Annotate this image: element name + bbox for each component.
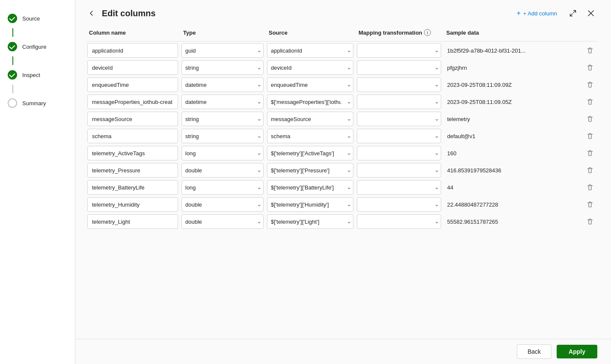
source-select[interactable]: applicationId <box>267 43 353 58</box>
column-name-input[interactable] <box>87 43 178 58</box>
sidebar-item-summary[interactable]: Summary <box>0 93 75 113</box>
table-row: guidstringdatetimelongdoublebooleaninteg… <box>86 60 597 75</box>
delete-row-button[interactable] <box>584 181 596 194</box>
sidebar-item-configure[interactable]: Configure <box>0 37 75 56</box>
column-name-input[interactable] <box>87 146 178 160</box>
column-name-input[interactable] <box>87 129 178 143</box>
column-name-input[interactable] <box>87 180 178 195</box>
source-select[interactable]: enqueuedTime <box>267 77 353 92</box>
source-select[interactable]: schema <box>267 129 353 143</box>
table-row: guidstringdatetimelongdoublebooleaninteg… <box>86 129 597 143</box>
source-select[interactable]: deviceId <box>267 60 353 75</box>
delete-row-button[interactable] <box>584 198 596 211</box>
mapping-select[interactable]: NoneToLowerToUpperTrim <box>357 197 441 212</box>
add-column-button[interactable]: + + Add column <box>513 7 561 20</box>
type-select[interactable]: guidstringdatetimelongdoublebooleaninteg… <box>181 129 264 143</box>
plus-icon: + <box>517 9 521 17</box>
type-select[interactable]: guidstringdatetimelongdoublebooleaninteg… <box>181 43 264 58</box>
mapping-select[interactable]: NoneToLowerToUpperTrim <box>357 180 441 195</box>
column-name-input[interactable] <box>87 214 178 229</box>
step-connector-2 <box>12 56 13 65</box>
sample-data-value: 160 <box>445 150 459 157</box>
table-row: guidstringdatetimelongdoublebooleaninteg… <box>86 163 597 178</box>
type-select[interactable]: guidstringdatetimelongdoublebooleaninteg… <box>181 95 264 109</box>
source-select[interactable]: $['telemetry']['ActiveTags'] <box>267 146 353 160</box>
expand-button[interactable] <box>567 7 579 20</box>
add-column-label: + Add column <box>523 10 557 17</box>
col-header-source: Source <box>265 27 355 38</box>
source-select[interactable]: messageSource <box>267 112 353 126</box>
mapping-select[interactable]: NoneToLowerToUpperTrim <box>357 60 441 75</box>
step-indicator-configure <box>8 42 17 51</box>
back-button[interactable] <box>86 7 98 19</box>
type-select[interactable]: guidstringdatetimelongdoublebooleaninteg… <box>181 197 264 212</box>
close-button[interactable] <box>584 7 597 20</box>
col-header-name: Column name <box>86 27 180 38</box>
header-left: Edit columns <box>86 7 156 19</box>
sample-data-value: telemetry <box>445 116 472 122</box>
column-name-input[interactable] <box>87 95 178 109</box>
table-row: guidstringdatetimelongdoublebooleaninteg… <box>86 95 597 109</box>
step-connector-1 <box>12 28 13 37</box>
table-header-row: Column name Type Source Mapping transfor… <box>86 24 597 41</box>
delete-row-button[interactable] <box>584 95 596 108</box>
sidebar-item-source[interactable]: Source <box>0 9 75 28</box>
mapping-select[interactable]: NoneToLowerToUpperTrim <box>357 112 441 126</box>
table-row: guidstringdatetimelongdoublebooleaninteg… <box>86 43 597 58</box>
source-select[interactable]: $['messageProperties']['iothu <box>267 95 353 109</box>
mapping-select[interactable]: NoneToLowerToUpperTrim <box>357 129 441 143</box>
table-row: guidstringdatetimelongdoublebooleaninteg… <box>86 146 597 160</box>
sidebar-label-inspect: Inspect <box>22 72 40 78</box>
column-name-input[interactable] <box>87 60 178 75</box>
page-title: Edit columns <box>102 9 156 18</box>
col-header-type: Type <box>180 27 265 38</box>
delete-row-button[interactable] <box>584 78 596 91</box>
delete-row-button[interactable] <box>584 215 596 228</box>
delete-row-button[interactable] <box>584 112 596 125</box>
sample-data-value: 55582.96151787265 <box>445 219 501 225</box>
source-select[interactable]: $['telemetry']['Light'] <box>267 214 353 229</box>
mapping-select[interactable]: NoneToLowerToUpperTrim <box>357 77 441 92</box>
type-select[interactable]: guidstringdatetimelongdoublebooleaninteg… <box>181 214 264 229</box>
source-select[interactable]: $['telemetry']['Humidity'] <box>267 197 353 212</box>
column-name-input[interactable] <box>87 77 178 92</box>
mapping-select[interactable]: NoneToLowerToUpperTrim <box>357 95 441 109</box>
sidebar-label-configure: Configure <box>22 44 46 50</box>
type-select[interactable]: guidstringdatetimelongdoublebooleaninteg… <box>181 146 264 160</box>
column-name-input[interactable] <box>87 112 178 126</box>
sidebar-item-inspect[interactable]: Inspect <box>0 65 75 85</box>
mapping-select[interactable]: NoneToLowerToUpperTrim <box>357 146 441 160</box>
delete-row-button[interactable] <box>584 164 596 177</box>
mapping-select[interactable]: NoneToLowerToUpperTrim <box>357 43 441 58</box>
source-select[interactable]: $['telemetry']['Pressure'] <box>267 163 353 178</box>
delete-row-button[interactable] <box>584 44 596 57</box>
source-select[interactable]: $['telemetry']['BatteryLife'] <box>267 180 353 195</box>
sample-data-value: 2023-09-25T08:11:09.09Z <box>445 82 514 88</box>
mapping-select[interactable]: NoneToLowerToUpperTrim <box>357 214 441 229</box>
type-select[interactable]: guidstringdatetimelongdoublebooleaninteg… <box>181 60 264 75</box>
type-select[interactable]: guidstringdatetimelongdoublebooleaninteg… <box>181 77 264 92</box>
step-connector-3 <box>12 85 13 93</box>
sample-data-value: 2023-09-25T08:11:09.05Z <box>445 99 514 105</box>
columns-table: Column name Type Source Mapping transfor… <box>75 24 611 364</box>
table-body: guidstringdatetimelongdoublebooleaninteg… <box>86 43 597 229</box>
sample-data-value: 1b2f5f29-a78b-4012-bf31-201... <box>445 47 528 54</box>
page-header: Edit columns + + Add column <box>75 0 611 24</box>
header-actions: + + Add column <box>513 7 597 20</box>
column-name-input[interactable] <box>87 163 178 178</box>
mapping-select[interactable]: NoneToLowerToUpperTrim <box>357 163 441 178</box>
type-select[interactable]: guidstringdatetimelongdoublebooleaninteg… <box>181 163 264 178</box>
sample-data-value: default@v1 <box>445 133 478 139</box>
apply-button[interactable]: Apply <box>557 345 597 358</box>
delete-row-button[interactable] <box>584 61 596 74</box>
sample-data-value: 44 <box>445 184 456 191</box>
delete-row-button[interactable] <box>584 130 596 142</box>
delete-row-button[interactable] <box>584 147 596 160</box>
sample-data-value: 22.44880487277228 <box>445 201 501 208</box>
type-select[interactable]: guidstringdatetimelongdoublebooleaninteg… <box>181 180 264 195</box>
type-select[interactable]: guidstringdatetimelongdoublebooleaninteg… <box>181 112 264 126</box>
column-name-input[interactable] <box>87 197 178 212</box>
main-panel: Edit columns + + Add column Column name … <box>75 0 611 364</box>
step-indicator-summary <box>8 98 17 108</box>
back-footer-button[interactable]: Back <box>517 344 552 359</box>
